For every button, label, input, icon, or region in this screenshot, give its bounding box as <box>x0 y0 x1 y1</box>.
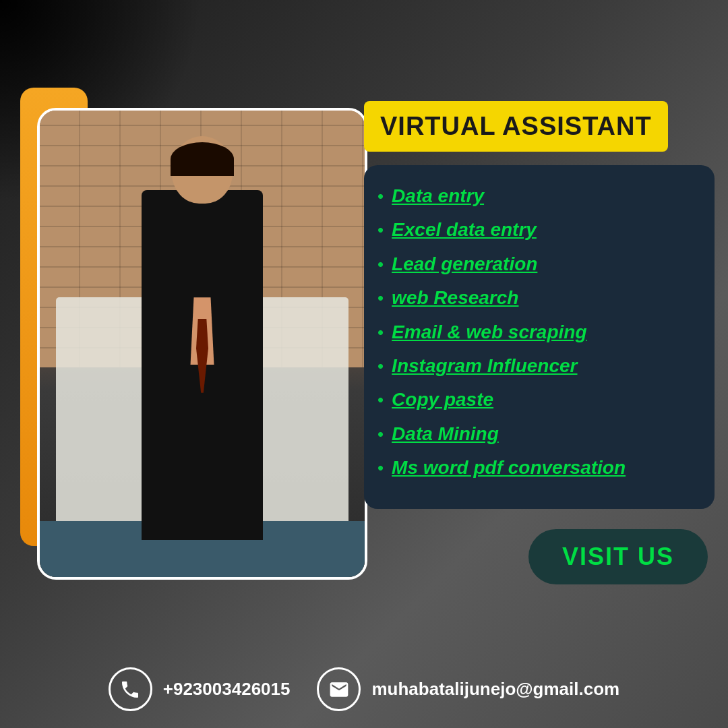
bullet-icon: • <box>377 187 384 205</box>
service-label: Data Mining <box>392 422 499 446</box>
phone-icon <box>109 667 152 711</box>
list-item: • Data Mining <box>377 422 694 446</box>
list-item: • Email & web scraping <box>377 320 694 344</box>
list-item: • Data entry <box>377 184 694 208</box>
background: VIRTUAL ASSISTANT • Data entry • Excel d… <box>0 0 728 728</box>
phone-contact-item: +923003426015 <box>109 667 291 711</box>
bullet-icon: • <box>377 425 384 443</box>
service-label: Ms word pdf conversation <box>392 456 626 480</box>
list-item: • Copy paste <box>377 388 694 412</box>
bullet-icon: • <box>377 324 384 341</box>
visit-us-button[interactable]: VISIT US <box>528 529 708 584</box>
email-contact-item: muhabatalijunejo@gmail.com <box>317 667 619 711</box>
service-label: Excel data entry <box>392 218 537 242</box>
service-label: Copy paste <box>392 388 493 412</box>
bullet-icon: • <box>377 459 384 477</box>
service-label: Email & web scraping <box>392 320 586 344</box>
bullet-icon: • <box>377 255 384 273</box>
bullet-icon: • <box>377 289 384 307</box>
page-title: VIRTUAL ASSISTANT <box>380 112 652 140</box>
service-label: Data entry <box>392 184 484 208</box>
service-label: Instagram Influencer <box>392 354 577 378</box>
bullet-icon: • <box>377 391 384 408</box>
list-item: • Excel data entry <box>377 218 694 242</box>
profile-photo <box>37 108 367 580</box>
bullet-icon: • <box>377 357 384 375</box>
email-icon <box>317 667 361 711</box>
right-content-area: VIRTUAL ASSISTANT • Data entry • Excel d… <box>364 101 715 584</box>
bullet-icon: • <box>377 221 384 239</box>
phone-number: +923003426015 <box>163 679 291 700</box>
visit-us-label: VISIT US <box>562 543 674 570</box>
contact-bar: +923003426015 muhabatalijunejo@gmail.com <box>0 667 728 711</box>
title-banner: VIRTUAL ASSISTANT <box>364 101 668 152</box>
service-label: web Research <box>392 286 518 310</box>
service-label: Lead generation <box>392 252 537 276</box>
services-card: • Data entry • Excel data entry • Lead g… <box>364 165 715 509</box>
list-item: • Lead generation <box>377 252 694 276</box>
list-item: • web Research <box>377 286 694 310</box>
email-address: muhabatalijunejo@gmail.com <box>371 679 619 700</box>
list-item: • Ms word pdf conversation <box>377 456 694 480</box>
list-item: • Instagram Influencer <box>377 354 694 378</box>
